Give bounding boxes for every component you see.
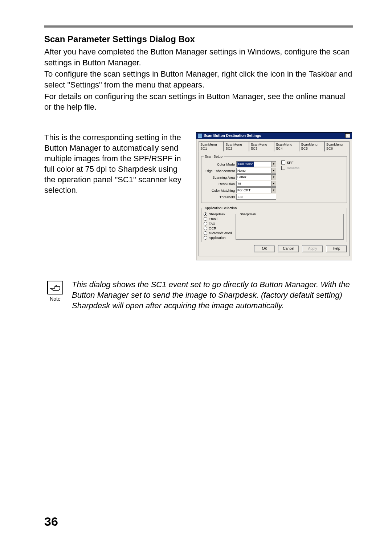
radio-icon	[204, 217, 207, 221]
radio-application[interactable]: Application	[204, 236, 232, 240]
intro-line-2: To configure the scan settings in Button…	[44, 69, 353, 90]
help-button[interactable]: Help	[326, 245, 347, 252]
section-heading: Scan Parameter Settings Dialog Box	[44, 34, 353, 44]
spf-label: SPF	[287, 160, 293, 164]
checkbox-icon	[281, 166, 285, 170]
radio-label: OCR	[209, 226, 216, 230]
dialog-close-button[interactable]: ✕	[345, 133, 350, 138]
note-icon	[47, 281, 63, 294]
hand-pointer-icon	[50, 284, 61, 292]
tab-sc5[interactable]: ScanMenu SC5	[299, 141, 324, 151]
resolution-value: 75	[237, 181, 241, 186]
radio-icon	[204, 236, 207, 240]
apply-button: Apply	[302, 245, 323, 252]
note-text: This dialog shows the SC1 event set to g…	[72, 279, 353, 311]
color-mode-combo[interactable]: Full Color ▾	[236, 161, 276, 167]
color-mode-label: Color Mode	[204, 162, 236, 166]
scan-setup-group: Scan Setup Color Mode Full Color ▾	[201, 154, 347, 203]
threshold-label: Threshold	[204, 195, 236, 199]
intro-paragraphs: After you have completed the Button Mana…	[44, 46, 353, 113]
radio-label: Microsoft Word	[209, 231, 232, 235]
radio-label: Application	[209, 236, 225, 240]
checkbox-icon	[281, 160, 285, 164]
intro-line-3: For details on configuring the scan sett…	[44, 91, 353, 113]
app-selection-legend: Application Selection	[204, 206, 238, 210]
cancel-button[interactable]: Cancel	[278, 245, 299, 252]
radio-sharpdesk[interactable]: Sharpdesk	[204, 212, 232, 216]
reverse-checkbox: Reverse	[281, 166, 299, 170]
edge-enh-value: None	[237, 168, 246, 173]
selected-app-panel: Sharpdesk	[236, 212, 344, 240]
scan-area-value: Letter	[237, 175, 246, 180]
tab-sc4[interactable]: ScanMenu SC4	[274, 141, 299, 151]
radio-fax[interactable]: FAX	[204, 221, 232, 225]
threshold-input: 128	[236, 194, 276, 200]
scan-settings-dialog: Scan Button Destination Settings ✕ ScanM…	[196, 132, 352, 260]
chevron-down-icon: ▾	[271, 162, 276, 167]
app-selection-group: Application Selection Sharpdesk Email FA…	[201, 206, 347, 242]
section-divider	[44, 25, 353, 28]
selected-app-legend: Sharpdesk	[238, 212, 257, 216]
ok-button[interactable]: OK	[254, 245, 275, 252]
dialog-app-icon	[198, 134, 202, 138]
chevron-down-icon: ▾	[271, 188, 276, 193]
edge-enh-combo[interactable]: None ▾	[236, 168, 276, 174]
radio-ocr[interactable]: OCR	[204, 226, 232, 230]
intro-line-1: After you have completed the Button Mana…	[44, 46, 353, 68]
tab-sc1[interactable]: ScanMenu SC1	[199, 141, 224, 151]
dialog-titlebar: Scan Button Destination Settings ✕	[196, 133, 352, 139]
radio-label: Sharpdesk	[209, 212, 225, 216]
spf-checkbox[interactable]: SPF	[281, 160, 299, 164]
dialog-title-text: Scan Button Destination Settings	[204, 134, 261, 138]
radio-label: Email	[209, 217, 217, 221]
resolution-combo[interactable]: 75 ▾	[236, 181, 276, 187]
color-match-label: Color Matching	[204, 188, 236, 192]
chevron-down-icon: ▾	[271, 175, 276, 180]
resolution-label: Resolution	[204, 182, 236, 186]
chevron-down-icon: ▾	[271, 168, 276, 173]
reverse-label: Reverse	[287, 166, 299, 170]
edge-enh-label: Edge Enhancement	[204, 169, 236, 173]
color-match-value: For CRT	[237, 188, 250, 193]
left-description: This is the corresponding setting in the…	[44, 132, 188, 195]
color-mode-value: Full Color	[237, 162, 254, 167]
scan-area-label: Scanning Area	[204, 175, 236, 179]
scan-setup-legend: Scan Setup	[204, 154, 224, 158]
tab-sc2[interactable]: ScanMenu SC2	[224, 141, 249, 151]
radio-icon	[204, 212, 207, 216]
dialog-tabs: ScanMenu SC1 ScanMenu SC2 ScanMenu SC3 S…	[199, 141, 350, 151]
page-number: 36	[44, 515, 58, 529]
note-label: Note	[50, 296, 61, 302]
chevron-down-icon: ▾	[271, 181, 276, 186]
radio-icon	[204, 231, 207, 235]
color-match-combo[interactable]: For CRT ▾	[236, 187, 276, 193]
tab-sc6[interactable]: ScanMenu SC6	[324, 141, 350, 151]
radio-email[interactable]: Email	[204, 217, 232, 221]
radio-label: FAX	[209, 221, 215, 225]
radio-msword[interactable]: Microsoft Word	[204, 231, 232, 235]
scan-area-combo[interactable]: Letter ▾	[236, 174, 276, 180]
radio-icon	[204, 222, 207, 225]
tab-sc3[interactable]: ScanMenu SC3	[249, 141, 274, 151]
radio-icon	[204, 227, 207, 230]
